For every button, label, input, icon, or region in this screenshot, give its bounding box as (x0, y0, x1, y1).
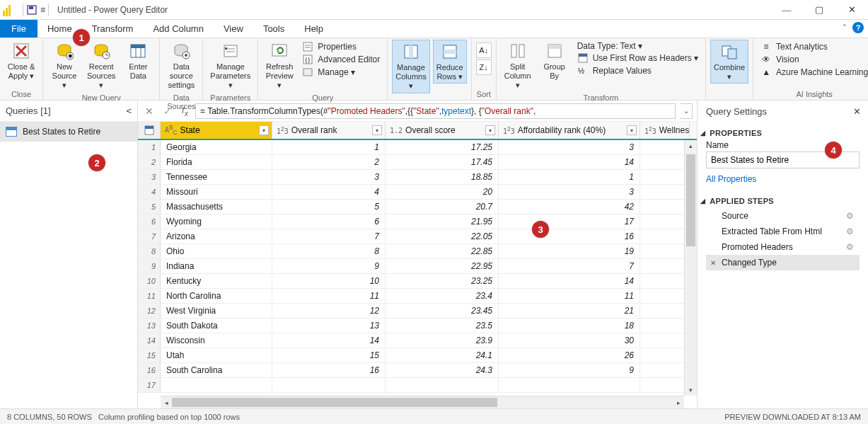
select-all-icon[interactable] (138, 122, 161, 139)
advanced-editor-button[interactable]: ⟨⟩Advanced Editor (302, 54, 380, 65)
first-row-headers-button[interactable]: Use First Row as Headers ▾ (577, 52, 698, 64)
queries-pane: Queries [1]< Best States to Retire (0, 101, 138, 408)
enter-data-button[interactable]: Enter Data (121, 40, 155, 82)
table-row[interactable]: 5Massachusetts520.742 (138, 200, 697, 214)
table-icon (6, 127, 17, 137)
maximize-button[interactable]: ▢ (803, 0, 835, 20)
queries-title: Queries [1] (6, 105, 51, 116)
manage-columns-button[interactable]: Manage Columns ▾ (392, 40, 429, 93)
tab-add-column[interactable]: Add Column (143, 20, 214, 38)
table-row[interactable]: 9Indiana922.957 (138, 259, 697, 274)
reduce-rows-button[interactable]: Reduce Rows ▾ (433, 40, 467, 84)
table-row[interactable]: 2Florida217.4514 (138, 155, 697, 170)
filter-dropdown-icon[interactable]: ▾ (485, 125, 495, 135)
table-row[interactable]: 14Wisconsin1423.930 (138, 333, 697, 348)
split-column-button[interactable]: Split Column ▾ (501, 40, 535, 92)
table-row[interactable]: 1Georgia117.253 (138, 140, 697, 155)
tab-tools[interactable]: Tools (253, 20, 294, 38)
fx-icon[interactable]: fx (182, 105, 188, 118)
tab-transform[interactable]: Transform (82, 20, 144, 38)
data-type-button[interactable]: Data Type: Text ▾ (577, 41, 698, 51)
replace-values-button[interactable]: ½Replace Values (577, 65, 698, 76)
cancel-formula-icon[interactable]: ✕ (142, 104, 156, 118)
recent-sources-button[interactable]: Recent Sources ▾ (84, 40, 118, 92)
gear-icon[interactable]: ⚙ (846, 211, 854, 221)
all-properties-link[interactable]: All Properties (706, 174, 756, 184)
filter-dropdown-icon[interactable]: ▾ (259, 125, 269, 135)
column-header-overall-rank[interactable]: 123Overall rank▾ (272, 122, 386, 139)
status-profiling: Column profiling based on top 1000 rows (98, 413, 240, 421)
table-row[interactable]: 17 (138, 378, 697, 393)
gear-icon[interactable]: ⚙ (846, 227, 854, 236)
vision-button[interactable]: 👁Vision (760, 54, 868, 65)
svg-rect-18 (225, 47, 227, 50)
column-header-state[interactable]: ABCState▾ (161, 122, 272, 139)
filter-dropdown-icon[interactable]: ▾ (627, 125, 637, 135)
formula-input[interactable]: = Table.TransformColumnTypes(#"Promoted … (195, 103, 676, 119)
query-item[interactable]: Best States to Retire (0, 122, 137, 142)
refresh-preview-button[interactable]: Refresh Preview ▾ (262, 40, 296, 92)
ribbon: Close & Apply ▾ Close ✱New Source ▾ Rece… (0, 38, 868, 101)
table-row[interactable]: 12West Virginia1223.4521 (138, 304, 697, 319)
close-window-button[interactable]: ✕ (835, 0, 868, 20)
table-row[interactable]: 10Kentucky1023.2514 (138, 274, 697, 289)
grid-body[interactable]: 1Georgia117.2532Florida217.45143Tennesse… (138, 140, 697, 396)
filter-dropdown-icon[interactable]: ▾ (372, 125, 382, 135)
horizontal-scrollbar[interactable]: ◂▸ (161, 396, 684, 408)
svg-text:⟨⟩: ⟨⟩ (305, 57, 311, 64)
table-row[interactable]: 3Tennessee318.851 (138, 170, 697, 185)
table-row[interactable]: 15Utah1524.126 (138, 348, 697, 363)
collapse-queries-icon[interactable]: < (126, 105, 132, 116)
applied-step[interactable]: ✕Changed Type (706, 255, 860, 270)
svg-rect-20 (303, 42, 312, 51)
properties-button[interactable]: Properties (302, 41, 380, 52)
minimize-button[interactable]: — (770, 0, 803, 20)
manage-query-button[interactable]: Manage ▾ (302, 67, 380, 78)
file-tab[interactable]: File (0, 20, 37, 38)
sort-desc-button[interactable]: Z↓ (476, 59, 492, 75)
close-apply-button[interactable]: Close & Apply ▾ (4, 40, 38, 82)
combine-button[interactable]: Combine ▾ (710, 40, 748, 84)
menu-bar: File Home Transform Add Column View Tool… (0, 20, 868, 38)
svg-rect-38 (728, 49, 736, 59)
applied-step[interactable]: Promoted Headers⚙ (706, 239, 860, 255)
svg-rect-40 (145, 126, 154, 129)
table-row[interactable]: 13South Dakota1323.518 (138, 319, 697, 333)
powerbi-icon (3, 4, 16, 16)
status-preview-time: PREVIEW DOWNLOADED AT 8:13 AM (724, 413, 861, 421)
svg-rect-9 (131, 45, 145, 48)
azure-ml-button[interactable]: ▲Azure Machine Learning (760, 67, 868, 78)
tab-help[interactable]: Help (294, 20, 333, 38)
table-row[interactable]: 16South Carolina1624.39 (138, 363, 697, 378)
window-title: Untitled - Power Query Editor (57, 5, 168, 15)
table-row[interactable]: 7Arizona722.0516 (138, 229, 697, 244)
manage-parameters-button[interactable]: Manage Parameters ▾ (207, 40, 253, 92)
text-analytics-button[interactable]: ≡Text Analytics (760, 41, 868, 52)
collapse-ribbon-icon[interactable]: ˄ (843, 23, 847, 33)
column-header-overall-score[interactable]: 1.2Overall score▾ (386, 122, 499, 139)
column-header-affordability[interactable]: 123Affordability rank (40%)▾ (499, 122, 640, 139)
group-by-button[interactable]: Group By (538, 40, 572, 82)
table-row[interactable]: 4Missouri4203 (138, 185, 697, 200)
table-row[interactable]: 11North Carolina1123.411 (138, 289, 697, 304)
tab-view[interactable]: View (214, 20, 253, 38)
callout-badge-1: 1 (73, 29, 90, 46)
qat-dropdown-icon[interactable]: ≡ (40, 5, 45, 15)
qat-save-icon[interactable] (26, 4, 37, 16)
datasource-settings-button[interactable]: Data source settings (164, 40, 198, 92)
close-settings-icon[interactable]: ✕ (853, 106, 861, 117)
commit-formula-icon[interactable]: ✓ (161, 104, 175, 118)
gear-icon[interactable]: ⚙ (846, 242, 854, 252)
sort-asc-button[interactable]: A↓ (476, 42, 492, 58)
help-icon[interactable]: ? (852, 22, 864, 33)
applied-step[interactable]: Extracted Table From Html⚙ (706, 224, 860, 239)
table-row[interactable]: 8Ohio822.8519 (138, 244, 697, 259)
new-source-button[interactable]: ✱New Source ▾ (47, 40, 81, 92)
vertical-scrollbar[interactable]: ▴▾ (684, 140, 697, 396)
svg-rect-33 (548, 45, 561, 49)
expand-formula-icon[interactable]: ⌄ (680, 103, 693, 119)
table-row[interactable]: 6Wyoming621.9517 (138, 214, 697, 229)
callout-badge-3: 3 (532, 221, 549, 238)
column-header-wellness[interactable]: 123Wellnes (640, 122, 690, 139)
applied-step[interactable]: Source⚙ (706, 208, 860, 224)
